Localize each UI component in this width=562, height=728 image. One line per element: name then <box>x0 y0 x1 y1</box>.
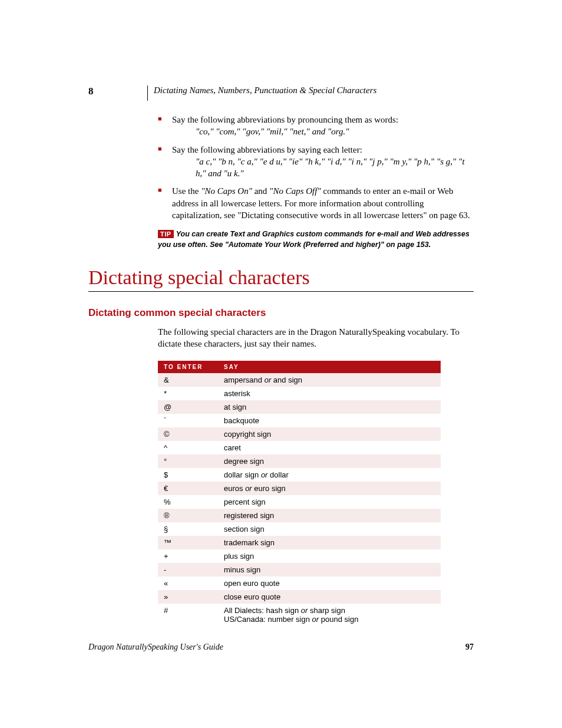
table-row: $dollar sign or dollar <box>158 468 441 482</box>
cell-symbol: - <box>158 563 218 577</box>
bullet-item: Say the following abbreviations by prono… <box>158 114 474 138</box>
cell-say: dollar sign or dollar <box>218 468 441 482</box>
footer-title: Dragon NaturallySpeaking User's Guide <box>88 643 223 652</box>
body-column-main: The following special characters are in … <box>158 326 474 626</box>
col-to-enter: To Enter <box>158 361 218 373</box>
tip-block: TIPYou can create Text and Graphics cust… <box>158 229 474 250</box>
table-row: *asterisk <box>158 387 441 400</box>
cell-symbol: ^ <box>158 441 218 454</box>
page-header: 8 Dictating Names, Numbers, Punctuation … <box>88 85 474 101</box>
special-characters-table: To Enter Say &ampersand or and sign*aste… <box>158 361 441 626</box>
running-head: Dictating Names, Numbers, Punctuation & … <box>154 85 376 95</box>
page: 8 Dictating Names, Numbers, Punctuation … <box>0 0 562 687</box>
bullet-text: Use the "No Caps On" and "No Caps Off" c… <box>172 186 470 220</box>
cell-say: trademark sign <box>218 536 441 549</box>
section-heading: Dictating special characters <box>88 266 474 292</box>
table-row: ™trademark sign <box>158 536 441 549</box>
cell-say: open euro quote <box>218 577 441 590</box>
table-row: °degree sign <box>158 454 441 468</box>
bullet-list: Say the following abbreviations by prono… <box>158 114 474 221</box>
table-row: &ampersand or and sign <box>158 373 441 387</box>
cell-symbol: & <box>158 373 218 387</box>
body-column-top: Say the following abbreviations by prono… <box>158 114 474 250</box>
cell-symbol: ° <box>158 454 218 468</box>
footer-page-number: 97 <box>465 643 474 652</box>
intro-paragraph: The following special characters are in … <box>158 326 474 350</box>
cell-say: ampersand or and sign <box>218 373 441 387</box>
cell-say: degree sign <box>218 454 441 468</box>
table-row: @at sign <box>158 400 441 414</box>
cell-say: minus sign <box>218 563 441 577</box>
bullet-lead: Say the following abbreviations by prono… <box>172 115 398 124</box>
bullet-quote: "co," "com," "gov," "mil," "net," and "o… <box>196 126 474 137</box>
table-row: €euros or euro sign <box>158 482 441 495</box>
cell-say: backquote <box>218 414 441 427</box>
cell-symbol: $ <box>158 468 218 482</box>
table-row: ©copyright sign <box>158 427 441 441</box>
bullet-item: Say the following abbreviations by sayin… <box>158 144 474 180</box>
table-row: «open euro quote <box>158 577 441 590</box>
table-row: -minus sign <box>158 563 441 577</box>
table-row: ^caret <box>158 441 441 454</box>
col-say: Say <box>218 361 441 373</box>
cell-say: caret <box>218 441 441 454</box>
cell-say: euros or euro sign <box>218 482 441 495</box>
table-header-row: To Enter Say <box>158 361 441 373</box>
cell-symbol: % <box>158 495 218 509</box>
subsection-heading: Dictating common special characters <box>88 307 474 319</box>
table-row: #All Dialects: hash sign or sharp signUS… <box>158 604 441 626</box>
cell-symbol: + <box>158 549 218 563</box>
cell-symbol: ® <box>158 509 218 522</box>
table-row: %percent sign <box>158 495 441 509</box>
cell-symbol: ` <box>158 414 218 427</box>
bullet-item: Use the "No Caps On" and "No Caps Off" c… <box>158 185 474 221</box>
cell-symbol: « <box>158 577 218 590</box>
chapter-number: 8 <box>88 85 147 97</box>
cell-symbol: § <box>158 522 218 536</box>
table-row: »close euro quote <box>158 590 441 604</box>
bullet-lead: Say the following abbreviations by sayin… <box>172 145 362 154</box>
cell-symbol: # <box>158 604 218 626</box>
header-divider <box>147 85 148 101</box>
cell-say: All Dialects: hash sign or sharp signUS/… <box>218 604 441 626</box>
cell-say: close euro quote <box>218 590 441 604</box>
bullet-quote: "a c," "b n, "c a," "e d u," "ie" "h k,"… <box>196 156 474 180</box>
table-row: `backquote <box>158 414 441 427</box>
cell-say: asterisk <box>218 387 441 400</box>
cell-symbol: ™ <box>158 536 218 549</box>
cell-symbol: © <box>158 427 218 441</box>
tip-text: You can create Text and Graphics custom … <box>158 230 470 249</box>
table-row: §section sign <box>158 522 441 536</box>
cell-say: at sign <box>218 400 441 414</box>
cell-say: registered sign <box>218 509 441 522</box>
tip-badge: TIP <box>158 230 174 238</box>
table-row: +plus sign <box>158 549 441 563</box>
cell-say: section sign <box>218 522 441 536</box>
page-footer: Dragon NaturallySpeaking User's Guide 97 <box>88 643 474 652</box>
cell-say: copyright sign <box>218 427 441 441</box>
cell-symbol: @ <box>158 400 218 414</box>
cell-symbol: € <box>158 482 218 495</box>
table-row: ®registered sign <box>158 509 441 522</box>
cell-say: percent sign <box>218 495 441 509</box>
cell-say: plus sign <box>218 549 441 563</box>
cell-symbol: * <box>158 387 218 400</box>
table-body: &ampersand or and sign*asterisk@at sign`… <box>158 373 441 626</box>
cell-symbol: » <box>158 590 218 604</box>
